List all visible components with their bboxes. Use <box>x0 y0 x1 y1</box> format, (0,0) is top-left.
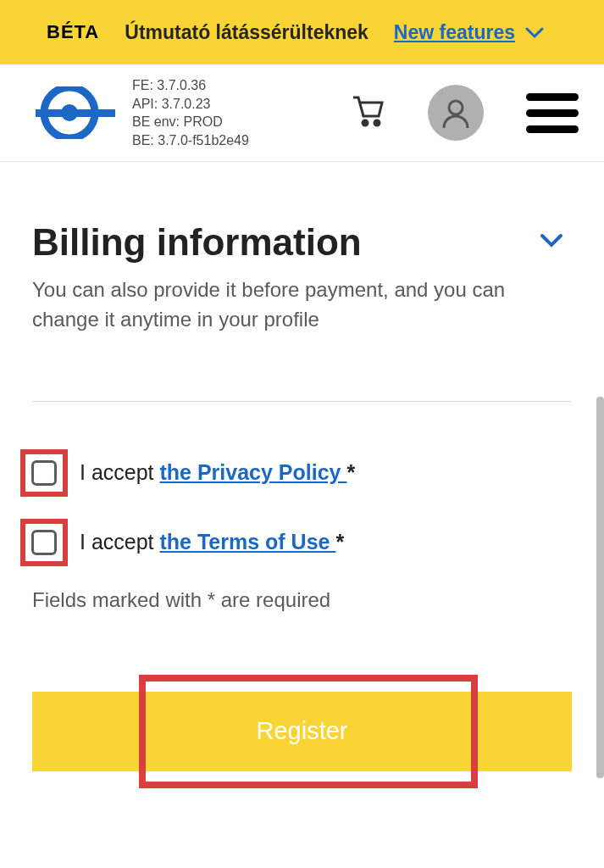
version-fe: FE: 3.7.0.36 <box>132 76 249 95</box>
privacy-policy-link[interactable]: the Privacy Policy <box>160 460 347 484</box>
chevron-down-icon[interactable] <box>540 233 563 252</box>
svg-point-5 <box>449 101 463 114</box>
main-content: Billing information You can also provide… <box>0 162 604 771</box>
svg-point-3 <box>363 120 368 125</box>
terms-of-use-link[interactable]: the Terms of Use <box>160 530 336 554</box>
privacy-text: I accept the Privacy Policy * <box>80 460 355 485</box>
chevron-down-icon[interactable] <box>525 27 544 42</box>
version-info: FE: 3.7.0.36 API: 3.7.0.23 BE env: PROD … <box>132 76 249 149</box>
banner-guide-text: Útmutató látássérülteknek <box>125 21 368 44</box>
billing-heading: Billing information <box>32 221 362 264</box>
scrollbar[interactable] <box>596 397 604 778</box>
register-button[interactable]: Register <box>32 692 572 771</box>
asterisk: * <box>335 530 344 554</box>
privacy-row: I accept the Privacy Policy * <box>32 449 572 497</box>
header: FE: 3.7.0.36 API: 3.7.0.23 BE env: PROD … <box>0 64 604 162</box>
asterisk: * <box>346 460 355 484</box>
user-avatar[interactable] <box>428 85 484 141</box>
billing-subtext: You can also provide it before payment, … <box>32 275 572 335</box>
divider <box>32 401 572 402</box>
register-row: Register <box>32 692 572 771</box>
cart-icon[interactable] <box>348 92 385 133</box>
required-note: Fields marked with * are required <box>32 588 572 612</box>
highlight-box <box>20 519 68 566</box>
terms-text: I accept the Terms of Use * <box>80 530 344 554</box>
menu-icon[interactable] <box>526 93 579 133</box>
terms-row: I accept the Terms of Use * <box>32 519 572 566</box>
billing-heading-row[interactable]: Billing information <box>32 221 572 264</box>
version-env: BE env: PROD <box>132 113 249 131</box>
banner-link-wrap: New features <box>394 21 545 44</box>
beta-badge: BÉTA <box>47 21 99 43</box>
top-banner: BÉTA Útmutató látássérülteknek New featu… <box>0 0 604 64</box>
accept-prefix: I accept <box>80 460 160 484</box>
svg-point-4 <box>374 120 380 125</box>
accept-prefix: I accept <box>80 530 160 554</box>
checks-group: I accept the Privacy Policy * I accept t… <box>32 449 572 566</box>
version-be: BE: 3.7.0-f51b2e49 <box>132 131 249 150</box>
highlight-box <box>20 449 68 497</box>
version-api: API: 3.7.0.23 <box>132 95 249 114</box>
terms-checkbox[interactable] <box>31 530 57 555</box>
mav-logo[interactable] <box>30 86 115 139</box>
privacy-checkbox[interactable] <box>31 460 57 486</box>
svg-point-2 <box>61 104 78 121</box>
new-features-link[interactable]: New features <box>394 21 515 43</box>
